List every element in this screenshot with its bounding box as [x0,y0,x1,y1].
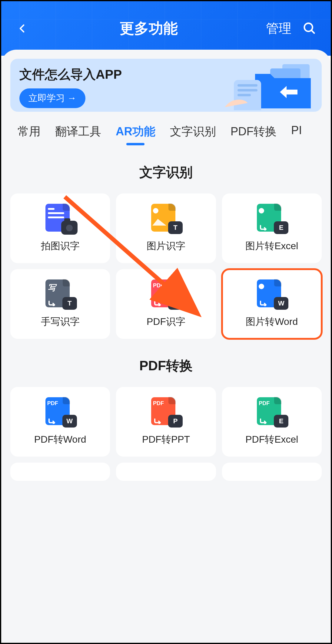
card-label: 图片转Excel [245,239,298,253]
handwriting-ocr-icon: 写 T [44,279,77,310]
pdf-to-ppt-icon: PDF P [149,397,183,428]
section-title-pdf: PDF转换 [10,357,322,375]
search-icon [303,21,317,35]
pdf-grid-row2 [10,463,322,481]
chevron-left-icon [17,23,28,34]
pdf-to-excel-icon: PDF E [255,397,288,428]
pdf-ocr-icon: PDF T [149,279,183,310]
svg-rect-4 [237,84,257,87]
pdf-to-word-icon: PDF W [44,397,77,428]
app-header: 更多功能 管理 [1,1,331,56]
svg-rect-6 [237,94,251,96]
feature-pdf-to-ppt[interactable]: PDF P PDF转PPT [116,387,216,457]
tab-ar-features[interactable]: AR功能 [108,118,163,145]
card-label: 图片识字 [147,239,185,253]
photo-ocr-icon [44,204,77,234]
card-label: 手写识字 [41,315,80,329]
learn-now-button[interactable]: 立即学习 → [19,88,85,108]
search-button[interactable] [300,19,319,38]
feature-handwriting-ocr[interactable]: 写 T 手写识字 [10,269,110,339]
tab-more[interactable]: PI [284,118,309,145]
tab-text-recognition[interactable]: 文字识别 [163,118,223,145]
manage-button[interactable]: 管理 [266,20,291,37]
tab-pdf-convert[interactable]: PDF转换 [223,118,284,145]
tab-common[interactable]: 常用 [10,118,48,145]
feature-image-to-excel[interactable]: E 图片转Excel [222,193,322,263]
feature-image-ocr[interactable]: T 图片识字 [116,193,216,263]
svg-rect-5 [237,89,257,91]
image-ocr-icon: T [149,204,183,234]
feature-pdf-to-excel[interactable]: PDF E PDF转Excel [222,387,322,457]
card-label: 拍图识字 [41,239,80,253]
card-label: 图片转Word [246,315,298,329]
ocr-grid: 拍图识字 T 图片识字 E 图片转Excel 写 [10,193,322,339]
image-to-excel-icon: E [255,204,288,234]
card-label: PDF转Excel [245,433,298,446]
import-tutorial-banner[interactable]: 文件怎么导入APP 立即学习 → [10,59,322,112]
card-label: PDF转Word [34,433,86,446]
feature-pdf-to-word[interactable]: PDF W PDF转Word [10,387,110,457]
feature-pdf-ocr[interactable]: PDF T PDF识字 [116,269,216,339]
folder-illustration-icon [222,62,319,110]
feature-photo-ocr[interactable]: 拍图识字 [10,193,110,263]
page-title: 更多功能 [32,19,266,38]
card-label: PDF识字 [147,315,185,329]
feature-placeholder[interactable] [222,463,322,481]
image-to-word-icon: W [255,279,288,310]
feature-placeholder[interactable] [10,463,110,481]
feature-placeholder[interactable] [116,463,216,481]
section-title-ocr: 文字识别 [10,163,322,181]
category-tabs: 常用 翻译工具 AR功能 文字识别 PDF转换 PI [10,118,322,145]
pdf-grid: PDF W PDF转Word PDF P PDF转PPT PDF E PDF转E [10,387,322,457]
back-button[interactable] [13,19,32,38]
tab-translate-tools[interactable]: 翻译工具 [48,118,108,145]
content-sheet: 文件怎么导入APP 立即学习 → 常用 翻译工具 AR功能 文字识别 PDF转换… [1,50,331,643]
card-label: PDF转PPT [142,433,190,446]
feature-image-to-word[interactable]: W 图片转Word [222,269,322,339]
